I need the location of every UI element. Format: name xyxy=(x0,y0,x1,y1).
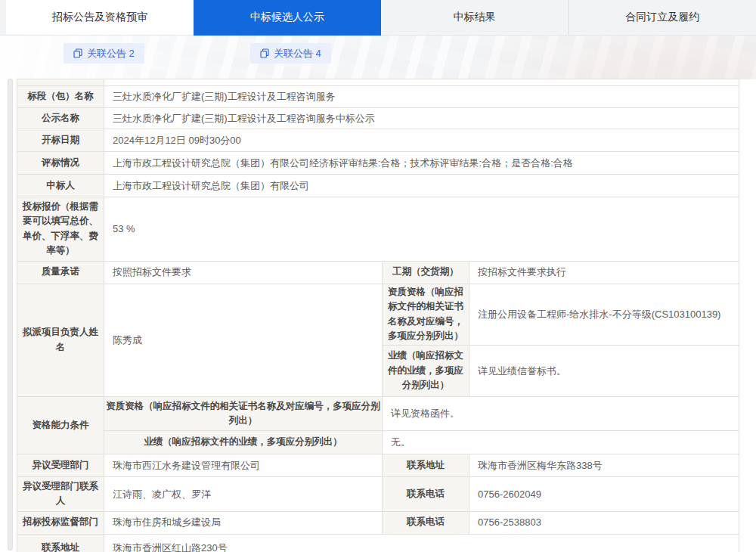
row-label: 异议受理部门联系人 xyxy=(17,477,104,512)
row-label: 联系地址 xyxy=(17,535,104,552)
row-value: 2024年12月12日 09时30分00 xyxy=(104,129,739,152)
row-value xyxy=(104,79,739,86)
row-label: 公示名称 xyxy=(17,108,104,130)
table-row-section-name: 标段（包）名称 三灶水质净化厂扩建(三期)工程设计及工程咨询服务 xyxy=(17,86,739,108)
row-value: 上海市政工程设计研究总院（集团）有限公司经济标评审结果:合格；技术标评审结果:合… xyxy=(104,152,739,175)
row-value: 三灶水质净化厂扩建(三期)工程设计及工程咨询服务 xyxy=(104,86,739,108)
tab-bar-left-edge xyxy=(0,0,6,36)
related-announcement-2-button[interactable]: 关联公告 2 xyxy=(64,43,144,64)
table-row-bid-price: 投标报价（根据需要可以填写总价、单价、下浮率、费率等） 53 % xyxy=(17,197,739,262)
row-label: 投标报价（根据需要可以填写总价、单价、下浮率、费率等） xyxy=(17,197,104,262)
table-row-project-leader: 拟派项目负责人姓名 陈秀成 资质资格（响应招标文件的相关证书名称及对应编号，多项… xyxy=(17,284,739,398)
subrow-label: 资质资格（响应招标文件的相关证书名称及对应编号，多项应分别列出） xyxy=(104,397,383,431)
row-label: 资格能力条件 xyxy=(17,397,104,454)
subrow-qualification: 资质资格（响应招标文件的相关证书名称及对应编号，多项应分别列出） 详见资格函件。 xyxy=(104,397,739,431)
subrow-qualification: 资质资格（响应招标文件的相关证书名称及对应编号，多项应分别列出） 注册公用设备工… xyxy=(383,284,739,346)
row-label-2: 联系电话 xyxy=(383,477,469,512)
table-row-announcement-name: 公示名称 三灶水质净化厂扩建(三期)工程设计及工程咨询服务中标公示 xyxy=(17,108,739,130)
tab-contract-performance[interactable]: 合同订立及履约 xyxy=(568,0,756,36)
project-leader-subrows: 资质资格（响应招标文件的相关证书名称及对应编号，多项应分别列出） 注册公用设备工… xyxy=(383,284,739,398)
tab-tender-announcement[interactable]: 招标公告及资格预审 xyxy=(6,0,194,36)
copy-icon xyxy=(260,48,269,58)
qualification-subrows: 资质资格（响应招标文件的相关证书名称及对应编号，多项应分别列出） 详见资格函件。… xyxy=(104,397,739,454)
table-row-supervision-department: 招标投标监督部门 珠海市住房和城乡建设局 联系电话 0756-2538803 xyxy=(17,512,739,535)
row-label: 标段（包）名称 xyxy=(17,86,104,108)
subrow-performance: 业绩（响应招标文件的业绩，多项应分别列出） 详见业绩信誉标书。 xyxy=(383,346,739,398)
row-label: 异议受理部门 xyxy=(17,454,104,477)
row-value: 珠海市住房和城乡建设局 xyxy=(104,512,383,535)
table-row-partial-top xyxy=(17,79,739,86)
table-row-contact-address: 联系地址 珠海市香洲区红山路230号 xyxy=(17,535,739,552)
row-label: 招标投标监督部门 xyxy=(17,512,104,535)
page: 招标公告及资格预审 中标候选人公示 中标结果 合同订立及履约 关联公告 2 关联… xyxy=(0,0,756,552)
hero-band: 关联公告 2 关联公告 4 xyxy=(0,36,756,79)
subrow-label: 资质资格（响应招标文件的相关证书名称及对应编号，多项应分别列出） xyxy=(383,284,469,346)
table-row-evaluation-status: 评标情况 上海市政工程设计研究总院（集团）有限公司经济标评审结果:合格；技术标评… xyxy=(17,152,739,175)
subrow-label: 业绩（响应招标文件的业绩，多项应分别列出） xyxy=(383,346,469,398)
row-label-2: 联系地址 xyxy=(383,454,469,477)
row-label: 拟派项目负责人姓名 xyxy=(17,284,104,398)
row-value: 53 % xyxy=(104,197,739,262)
row-value: 江诗雨、凌广权、罗洋 xyxy=(104,477,383,512)
table-row-qualification-capability: 资格能力条件 资质资格（响应招标文件的相关证书名称及对应编号，多项应分别列出） … xyxy=(17,397,739,454)
subrow-value: 注册公用设备工程师-给水排水-不分等级(CS103100139) xyxy=(469,284,739,346)
table-row-winning-bidder: 中标人 上海市政工程设计研究总院（集团）有限公司 xyxy=(17,175,739,197)
row-label xyxy=(17,79,104,86)
row-value: 按照招标文件要求 xyxy=(104,262,383,284)
subrow-value: 无。 xyxy=(383,431,739,454)
row-value: 上海市政工程设计研究总院（集团）有限公司 xyxy=(104,175,739,197)
tab-bar: 招标公告及资格预审 中标候选人公示 中标结果 合同订立及履约 xyxy=(0,0,756,36)
row-value-2: 按招标文件要求执行 xyxy=(469,262,739,284)
subrow-label: 业绩（响应招标文件的业绩，多项应分别列出） xyxy=(104,431,383,454)
row-value-2: 珠海市香洲区梅华东路338号 xyxy=(469,454,739,477)
related-announcement-4-button[interactable]: 关联公告 4 xyxy=(250,43,331,64)
related-announcement-2-label: 关联公告 2 xyxy=(87,47,135,60)
row-value-2: 0756-2602049 xyxy=(469,477,739,512)
subrow-performance: 业绩（响应招标文件的业绩，多项应分别列出） 无。 xyxy=(104,431,739,454)
row-label: 评标情况 xyxy=(17,152,104,175)
row-label: 质量承诺 xyxy=(17,262,104,284)
table-row-bid-opening-date: 开标日期 2024年12月12日 09时30分00 xyxy=(17,129,739,152)
subrow-value: 详见资格函件。 xyxy=(383,397,739,431)
announcement-detail-table: 标段（包）名称 三灶水质净化厂扩建(三期)工程设计及工程咨询服务 公示名称 三灶… xyxy=(17,79,739,552)
row-value: 三灶水质净化厂扩建(三期)工程设计及工程咨询服务中标公示 xyxy=(104,108,739,130)
row-value: 陈秀成 xyxy=(104,284,383,398)
row-label-2: 工期（交货期） xyxy=(383,262,469,284)
table-row-objection-contact: 异议受理部门联系人 江诗雨、凌广权、罗洋 联系电话 0756-2602049 xyxy=(17,477,739,512)
row-value: 珠海市香洲区红山路230号 xyxy=(104,535,739,552)
tab-winning-result[interactable]: 中标结果 xyxy=(381,0,569,36)
row-label-2: 联系电话 xyxy=(383,512,469,535)
row-label: 中标人 xyxy=(17,175,104,197)
copy-icon xyxy=(73,48,82,58)
related-announcement-4-label: 关联公告 4 xyxy=(274,47,321,60)
row-label: 开标日期 xyxy=(17,129,104,152)
table-row-quality-commitment: 质量承诺 按照招标文件要求 工期（交货期） 按招标文件要求执行 xyxy=(17,262,739,284)
row-value-2: 0756-2538803 xyxy=(469,512,739,535)
table-row-objection-department: 异议受理部门 珠海市西江水务建设管理有限公司 联系地址 珠海市香洲区梅华东路33… xyxy=(17,454,739,477)
subrow-value: 详见业绩信誉标书。 xyxy=(469,346,739,398)
vertical-scrollbar[interactable] xyxy=(8,79,13,550)
tab-winning-candidate-announcement[interactable]: 中标候选人公示 xyxy=(194,0,381,36)
row-value: 珠海市西江水务建设管理有限公司 xyxy=(104,454,383,477)
